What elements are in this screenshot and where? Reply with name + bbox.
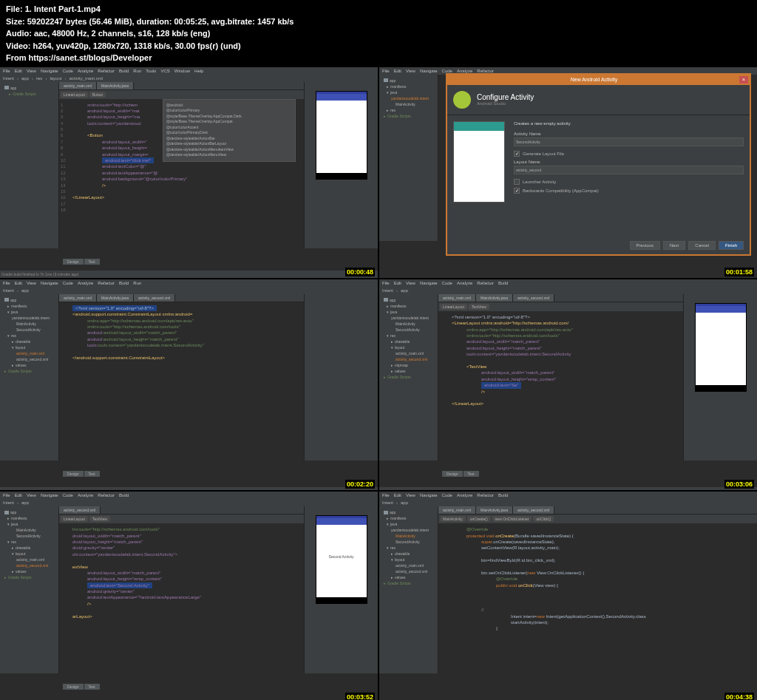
layout-preview — [304, 82, 378, 248]
project-tree[interactable]: app ▸ manifests ▾ java yazdaniscodelab.i… — [379, 506, 438, 673]
panel-3: FileEditViewNavigateCodeAnalyzeRefactorB… — [0, 279, 378, 490]
panel-6: FileEditViewNavigateCodeAnalyzeRefactorB… — [379, 492, 757, 700]
android-logo-icon — [453, 91, 471, 109]
status-bar: Gradle build finished in 7s 1ms (3 minut… — [0, 271, 378, 278]
activity-name-input[interactable] — [514, 137, 744, 146]
panel-2: FileEditViewNavigateCodeAnalyzeRefactor … — [379, 67, 757, 278]
phone-mockup — [316, 91, 367, 180]
project-tree[interactable]: app ▸ manifests ▾ java yazdaniscodelab.i… — [379, 294, 438, 461]
folder-icon — [4, 86, 9, 89]
file-info-header: File: 1. Intent Part-1.mp4 Size: 5920224… — [0, 0, 757, 67]
path-breadcrumb[interactable]: Intent›app›res›layout›activity_main.xml — [0, 75, 378, 82]
code-editor[interactable]: activity_main.xmlMainActivity.java Linea… — [59, 82, 304, 248]
screenshot-grid: FileEditViewNavigateCodeAnalyzeRefactorB… — [0, 67, 757, 701]
project-tree[interactable]: app ▸ manifests ▾ java MainActivity Seco… — [0, 506, 59, 673]
project-tree[interactable]: app ▸ manifests ▾ java yazdaniscodelab.i… — [0, 294, 59, 461]
next-button[interactable]: Next — [663, 241, 685, 250]
launcher-checkbox[interactable] — [514, 179, 520, 185]
text-tab[interactable]: Text — [84, 259, 100, 265]
menu-bar[interactable]: FileEditViewNavigateCodeAnalyzeRefactorB… — [0, 67, 378, 75]
close-icon[interactable]: × — [739, 76, 748, 84]
previous-button[interactable]: Previous — [630, 241, 660, 250]
panel-5: FileEditViewNavigateCodeAnalyzeRefactorB… — [0, 492, 378, 700]
generate-layout-checkbox[interactable]: ✓ — [514, 151, 520, 157]
project-tree[interactable]: app ▸ Gradle Scripts — [0, 82, 59, 248]
finish-button[interactable]: Finish — [719, 241, 744, 250]
panel-4: FileEditViewNavigateCodeAnalyzeRefactorB… — [379, 279, 757, 490]
activity-preview — [453, 121, 505, 203]
design-tab[interactable]: Design — [63, 259, 84, 265]
new-activity-dialog: New Android Activity× Configure Activity… — [446, 73, 751, 256]
layout-name-input[interactable] — [514, 166, 744, 174]
panel-1: FileEditViewNavigateCodeAnalyzeRefactorB… — [0, 67, 378, 278]
cancel-button[interactable]: Cancel — [688, 241, 716, 250]
tab-main-activity[interactable]: MainActivity.java — [97, 82, 134, 89]
compat-checkbox[interactable]: ✓ — [514, 188, 520, 194]
tab-activity-main[interactable]: activity_main.xml — [59, 82, 97, 89]
timestamp: 00:00:48 — [345, 268, 375, 276]
project-tree[interactable]: app ▸ manifests ▾ java yazdaniscodelab.i… — [379, 75, 438, 241]
autocomplete-popup[interactable]: @android:@color/colorPrimary@style/Base.… — [163, 99, 296, 162]
